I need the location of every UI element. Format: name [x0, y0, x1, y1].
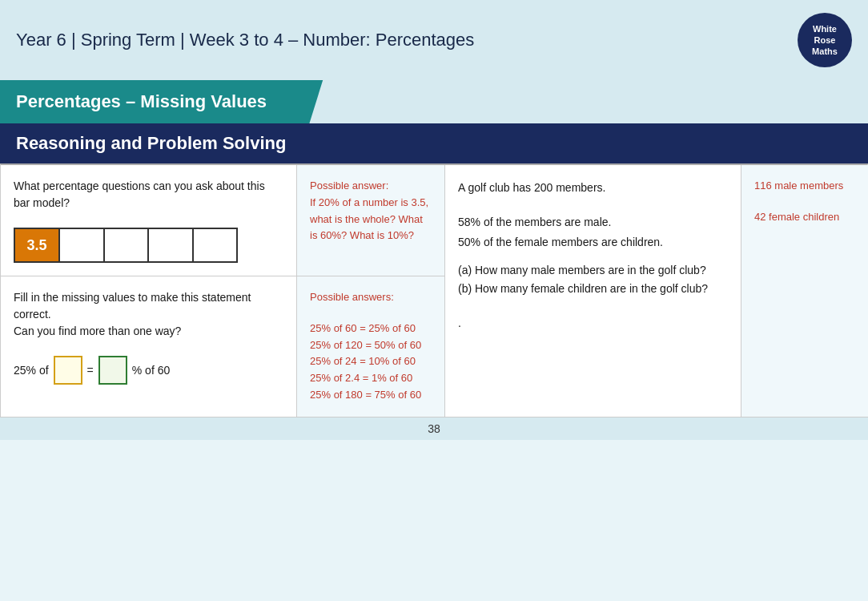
a2-title: Possible answers: — [310, 289, 432, 306]
bar-cell-3 — [105, 229, 150, 261]
question-3: A golf club has 200 members. 58% of the … — [445, 165, 741, 417]
q3-line1: A golf club has 200 members. — [458, 178, 728, 198]
q1-text: What percentage questions can you ask ab… — [14, 178, 283, 212]
header: Year 6 | Spring Term | Week 3 to 4 – Num… — [0, 0, 868, 80]
bar-cell-4 — [149, 229, 194, 261]
main-grid: What percentage questions can you ask ab… — [0, 163, 868, 417]
title-banner-wrapper: Percentages – Missing Values — [0, 80, 868, 123]
title-banner-text: Percentages – Missing Values — [16, 91, 267, 111]
a3-line2: 42 female children — [754, 209, 856, 226]
bar-cell-5 — [194, 229, 237, 261]
q3-part-b: (b) How many female children are in the … — [458, 280, 728, 299]
eq-equals: = — [87, 362, 94, 379]
answer-1: Possible answer:If 20% of a number is 3.… — [297, 165, 445, 276]
a2-item-5: 25% of 180 = 75% of 60 — [310, 387, 432, 404]
question-2: Fill in the missing values to make this … — [1, 276, 297, 417]
question-1: What percentage questions can you ask ab… — [1, 165, 297, 276]
q3-line3: 50% of the female members are children. — [458, 232, 728, 252]
bar-value: 3.5 — [15, 229, 60, 261]
logo: White Rose Maths — [798, 13, 852, 67]
missing-equation: 25% of = % of 60 — [14, 356, 283, 385]
footer: 38 — [0, 417, 868, 440]
q3-parts: (a) How many male members are in the gol… — [458, 261, 728, 300]
a2-item-2: 25% of 120 = 50% of 60 — [310, 337, 432, 354]
eq-prefix: 25% of — [14, 362, 49, 379]
q2-line2: Can you find more than one way? — [14, 323, 283, 340]
section-heading: Reasoning and Problem Solving — [0, 123, 868, 163]
section-heading-text: Reasoning and Problem Solving — [16, 133, 286, 153]
bar-cell-2 — [60, 229, 105, 261]
header-title: Year 6 | Spring Term | Week 3 to 4 – Num… — [16, 30, 474, 50]
title-banner: Percentages – Missing Values — [0, 80, 336, 123]
yellow-input-box[interactable] — [54, 356, 82, 385]
eq-suffix: % of 60 — [132, 362, 170, 379]
a2-item-3: 25% of 24 = 10% of 60 — [310, 353, 432, 370]
answer-3: 116 male members 42 female children — [741, 165, 868, 417]
a1-text: Possible answer:If 20% of a number is 3.… — [310, 178, 432, 244]
q3-part-a: (a) How many male members are in the gol… — [458, 261, 728, 280]
a3-line1: 116 male members — [754, 178, 856, 195]
green-input-box[interactable] — [98, 356, 127, 385]
answer-2: Possible answers: 25% of 60 = 25% of 60 … — [297, 276, 445, 417]
q3-line2: 58% of the members are male. — [458, 212, 728, 232]
bar-model: 3.5 — [14, 228, 238, 263]
page-number: 38 — [428, 422, 440, 435]
q2-intro: Fill in the missing values to make this … — [14, 289, 283, 323]
a2-item-4: 25% of 2.4 = 1% of 60 — [310, 370, 432, 387]
a2-item-1: 25% of 60 = 25% of 60 — [310, 321, 432, 337]
